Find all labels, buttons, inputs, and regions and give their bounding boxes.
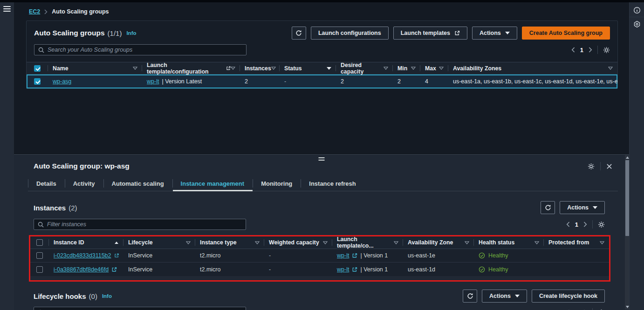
instances-refresh-button[interactable] — [541, 201, 555, 214]
column-instances[interactable]: Instances — [240, 62, 280, 74]
scroll-up-icon[interactable] — [626, 156, 629, 159]
asg-table-row[interactable]: wp-asg wp-lt | Version Latest 2 - 2 2 4 … — [27, 74, 617, 88]
asg-table-header: Name Launch template/configuration Insta… — [27, 62, 617, 74]
launch-template-version: | Version 1 — [360, 266, 388, 273]
asg-preferences-gear-icon[interactable] — [603, 47, 610, 54]
instance-id-link[interactable]: i-0a38867dbf8de46fd — [54, 266, 109, 273]
row-checkbox[interactable] — [36, 252, 43, 259]
sort-icon — [439, 67, 444, 70]
launch-template-link[interactable]: wp-lt — [337, 252, 349, 259]
create-lifecycle-hook-button[interactable]: Create lifecycle hook — [532, 290, 605, 303]
cell-weighted-capacity: - — [264, 252, 332, 259]
cell-availability-zones: us-east-1a, us-east-1b, us-east-1c, us-e… — [448, 78, 617, 85]
column-max[interactable]: Max — [420, 62, 448, 74]
sort-icon — [411, 67, 416, 70]
instance-row[interactable]: i-0a38867dbf8de46fd InService t2.micro -… — [30, 263, 609, 276]
column-min[interactable]: Min — [393, 62, 420, 74]
cell-availability-zone: us-east-1d — [403, 266, 474, 273]
breadcrumb-ec2-link[interactable]: EC2 — [29, 8, 40, 15]
tab-activity[interactable]: Activity — [65, 176, 103, 191]
tab-monitoring[interactable]: Monitoring — [253, 176, 301, 191]
column-name[interactable]: Name — [48, 62, 142, 74]
panel-preferences-gear-icon[interactable] — [588, 163, 595, 170]
asg-search-input[interactable] — [48, 47, 242, 53]
check-circle-icon — [479, 252, 485, 259]
launch-template-link[interactable]: wp-lt — [337, 266, 349, 273]
external-link-icon — [111, 267, 117, 272]
column-protected-from[interactable]: Protected from — [544, 236, 609, 249]
hooks-refresh-button[interactable] — [463, 290, 477, 303]
launch-template-link[interactable]: wp-lt — [147, 78, 159, 85]
instances-preferences-gear-icon[interactable] — [598, 221, 605, 228]
instances-actions-button[interactable]: Actions — [560, 201, 605, 214]
launch-templates-button[interactable]: Launch templates — [393, 27, 467, 40]
hamburger-menu-icon[interactable] — [3, 6, 11, 12]
scrollbar-thumb[interactable] — [625, 160, 629, 236]
column-launch-template[interactable]: Launch template/co... — [332, 236, 403, 249]
cell-instance-type: t2.micro — [195, 252, 264, 259]
tab-details[interactable]: Details — [28, 176, 65, 191]
column-launch-template[interactable]: Launch template/configuration — [142, 62, 240, 74]
column-lifecycle[interactable]: Lifecycle — [123, 236, 195, 249]
create-asg-button[interactable]: Create Auto Scaling group — [522, 27, 610, 40]
filter-caret-icon — [327, 67, 331, 70]
lifecycle-hooks-info-link[interactable]: Info — [102, 293, 112, 299]
sort-icon — [231, 67, 235, 70]
column-availability-zones[interactable]: Availability Zones — [448, 62, 617, 74]
refresh-icon — [545, 204, 551, 211]
sort-icon — [608, 67, 613, 70]
cell-instances: 2 — [240, 78, 280, 85]
info-icon[interactable] — [630, 3, 644, 17]
instance-row[interactable]: i-023cdb4833d3115b2 InService t2.micro -… — [30, 249, 609, 263]
column-instance-type[interactable]: Instance type — [195, 236, 264, 249]
instances-select-all-checkbox[interactable] — [36, 239, 43, 246]
instance-id-link[interactable]: i-023cdb4833d3115b2 — [54, 252, 111, 259]
asg-refresh-button[interactable] — [292, 27, 306, 40]
chevron-down-icon — [593, 206, 597, 209]
asg-list-page: EC2 Auto Scaling groups Auto Scaling gro… — [14, 2, 629, 154]
column-desired-capacity[interactable]: Desired capacity — [336, 62, 393, 74]
instances-next-page[interactable] — [583, 222, 587, 227]
select-all-checkbox[interactable] — [34, 65, 41, 72]
asg-info-link[interactable]: Info — [126, 30, 136, 36]
chevron-down-icon — [505, 32, 510, 34]
sort-icon — [133, 67, 137, 70]
asg-page-number[interactable]: 1 — [580, 47, 583, 54]
asg-next-page[interactable] — [589, 47, 592, 53]
launch-configurations-button[interactable]: Launch configurations — [311, 27, 389, 40]
cell-instance-type: t2.micro — [195, 266, 264, 273]
cell-status: - — [280, 78, 336, 85]
instances-filter-input[interactable] — [47, 221, 242, 228]
hooks-actions-button[interactable]: Actions — [482, 290, 527, 303]
tab-instance-management[interactable]: Instance management — [172, 176, 253, 191]
tab-instance-refresh[interactable]: Instance refresh — [301, 176, 364, 191]
instances-prev-page[interactable] — [566, 222, 570, 227]
asg-prev-page[interactable] — [571, 47, 575, 53]
hexagon-icon[interactable] — [630, 17, 644, 31]
row-checkbox[interactable] — [34, 78, 41, 85]
sort-icon — [255, 241, 260, 244]
panel-scrollbar[interactable] — [625, 155, 629, 310]
cell-lifecycle: InService — [123, 252, 195, 259]
scroll-down-icon[interactable] — [626, 306, 629, 308]
column-weighted-capacity[interactable]: Weighted capacity — [264, 236, 332, 249]
panel-drag-handle[interactable] — [319, 157, 325, 162]
column-health-status[interactable]: Health status — [474, 236, 544, 249]
instances-page-number[interactable]: 1 — [575, 221, 578, 228]
column-status[interactable]: Status — [280, 62, 336, 74]
divider — [592, 308, 593, 310]
external-link-icon — [454, 30, 460, 36]
refresh-icon — [467, 293, 473, 299]
tab-automatic-scaling[interactable]: Automatic scaling — [103, 176, 172, 191]
row-checkbox[interactable] — [36, 266, 43, 273]
column-availability-zone[interactable]: Availability Zone — [403, 236, 474, 249]
external-link-icon — [226, 66, 231, 71]
column-instance-id[interactable]: Instance ID — [49, 236, 123, 249]
asg-name-link[interactable]: wp-asg — [53, 78, 71, 85]
asg-actions-button[interactable]: Actions — [472, 27, 517, 40]
search-icon — [38, 222, 44, 228]
asg-title: Auto Scaling groups — [34, 29, 105, 37]
breadcrumb: EC2 Auto Scaling groups — [14, 2, 629, 15]
close-icon[interactable] — [606, 163, 612, 169]
instances-table-header: Instance ID Lifecycle Instance type Weig… — [30, 236, 609, 249]
